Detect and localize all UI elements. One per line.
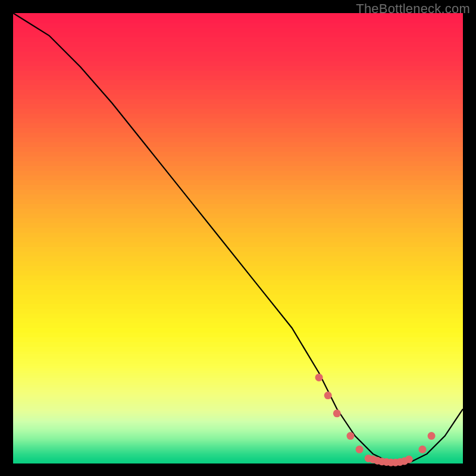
- highlight-dot: [356, 446, 364, 453]
- curve-layer: [13, 13, 463, 463]
- highlight-dot: [428, 432, 436, 440]
- chart-stage: TheBottleneck.com: [0, 0, 476, 476]
- highlight-dot: [315, 374, 323, 381]
- highlight-dot: [324, 392, 332, 399]
- marker-group: [315, 374, 436, 466]
- highlight-dot: [333, 409, 341, 417]
- highlight-dot: [405, 456, 413, 464]
- watermark-text: TheBottleneck.com: [356, 1, 470, 17]
- highlight-dot: [347, 432, 355, 440]
- plot-area: [13, 13, 463, 463]
- bottleneck-curve: [13, 13, 463, 463]
- highlight-dot: [419, 446, 427, 453]
